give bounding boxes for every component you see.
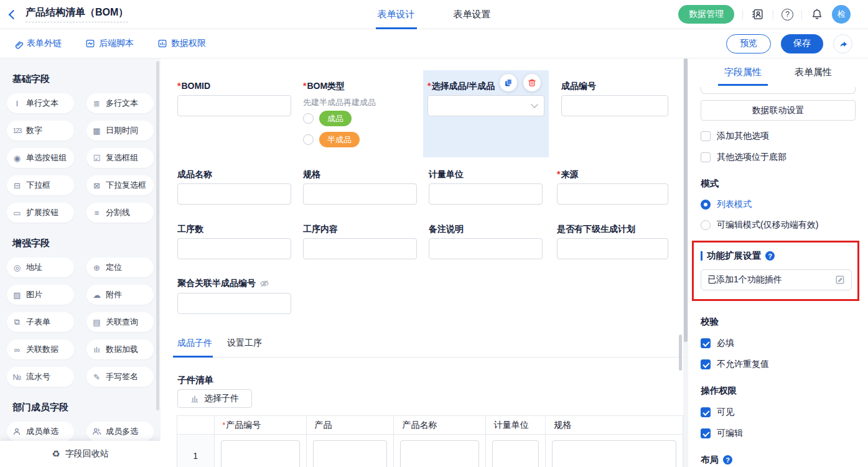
product-name-input[interactable]: [177, 183, 291, 205]
field-type-signature[interactable]: ✎手写签名: [86, 367, 154, 387]
tab-product-children[interactable]: 成品子件: [177, 338, 212, 349]
checkbox-icon[interactable]: [701, 338, 711, 348]
tab-field-properties[interactable]: 字段属性: [724, 58, 762, 86]
radio-label: 可编辑模式(仅移动端有效): [717, 220, 818, 231]
checkbox-icon[interactable]: [701, 407, 711, 417]
bom-type-option-semi[interactable]: 半成品: [303, 132, 360, 147]
select-product-dropdown[interactable]: [427, 95, 544, 116]
cell-input[interactable]: [221, 440, 300, 467]
field-label-product-name: 成品名称: [177, 169, 212, 180]
button-label: 选择子件: [204, 393, 239, 404]
checkbox-label: 必填: [717, 338, 734, 349]
copy-field-button[interactable]: [500, 74, 517, 91]
dropdown-check-icon: ⊠: [92, 181, 101, 190]
field-type-linked-query[interactable]: ▤关联查询: [86, 312, 154, 332]
field-type-address[interactable]: ◎地址: [7, 257, 74, 277]
checkbox-other-option-bottom[interactable]: 其他选项位于底部: [701, 152, 856, 163]
process-count-input[interactable]: [177, 238, 291, 259]
notification-bell-icon[interactable]: [810, 7, 824, 21]
cell-input[interactable]: [552, 440, 676, 467]
edit-icon[interactable]: [835, 275, 845, 285]
field-type-attachment[interactable]: ☁附件: [86, 285, 154, 305]
delete-field-button[interactable]: [523, 74, 541, 91]
save-button[interactable]: 保存: [781, 34, 823, 53]
field-type-linked-data[interactable]: ∞关联数据: [7, 340, 74, 359]
bom-type-option-finished[interactable]: 成品: [303, 111, 352, 126]
field-type-multi-line-text[interactable]: ≣多行文本: [86, 93, 154, 113]
field-type-divider[interactable]: ≡分割线: [86, 203, 154, 223]
cell-input[interactable]: [313, 440, 388, 467]
help-badge-icon[interactable]: ?: [723, 455, 732, 465]
backend-script-link[interactable]: 后端脚本: [85, 38, 134, 49]
cell-input[interactable]: [492, 440, 539, 467]
radio-icon[interactable]: [303, 134, 314, 145]
data-linkage-button[interactable]: 数据联动设置: [701, 100, 856, 121]
required-marker: *: [223, 421, 226, 430]
unit-input[interactable]: [429, 183, 543, 205]
eye-off-icon: [259, 279, 269, 288]
product-code-input[interactable]: [561, 95, 668, 116]
field-type-single-line-text[interactable]: Ⅰ单行文本: [7, 93, 74, 113]
field-type-extend-button[interactable]: ▭扩展按钮: [7, 203, 74, 223]
checkbox-required[interactable]: 必填: [701, 338, 856, 349]
checkbox-icon[interactable]: [701, 131, 711, 141]
checkbox-editable[interactable]: 可编辑: [701, 428, 856, 439]
field-type-location[interactable]: ⊕定位: [86, 257, 154, 277]
script-icon: [85, 39, 95, 49]
panel-scrollbar-thumb[interactable]: [684, 58, 688, 342]
spec-input[interactable]: [303, 183, 417, 205]
field-type-datetime[interactable]: ▦日期时间: [86, 121, 154, 141]
source-input[interactable]: [557, 183, 668, 205]
form-external-link[interactable]: 表单外链: [12, 38, 62, 49]
tab-set-process[interactable]: 设置工序: [227, 338, 262, 349]
agg-semi-code-input[interactable]: [177, 293, 291, 314]
field-type-data-load[interactable]: ılı数据加载: [86, 340, 154, 359]
field-type-image[interactable]: ▨图片: [7, 285, 74, 305]
checkbox-no-duplicates[interactable]: 不允许重复值: [701, 359, 856, 370]
field-type-radio-group[interactable]: ◉单选按钮组: [7, 148, 74, 168]
field-type-number[interactable]: 123数字: [7, 121, 74, 141]
radio-icon[interactable]: [701, 200, 711, 210]
data-permission-link[interactable]: 数据权限: [157, 38, 206, 49]
bom-type-hint: 先建半成品再建成品: [303, 97, 376, 108]
checkbox-icon[interactable]: [701, 428, 711, 438]
cell-input[interactable]: [400, 440, 478, 467]
remark-input[interactable]: [429, 238, 543, 259]
share-button[interactable]: [833, 34, 852, 53]
extension-plugin-field[interactable]: 已添加1个功能插件: [701, 269, 852, 290]
field-type-multi-select[interactable]: ⊠下拉复选框: [86, 175, 154, 195]
select-child-button[interactable]: 选择子件: [177, 389, 252, 408]
tab-form-properties[interactable]: 表单属性: [795, 58, 832, 86]
canvas-scrollbar[interactable]: [679, 335, 682, 371]
checkbox-add-other-option[interactable]: 添加其他选项: [701, 131, 856, 142]
checkbox-visible[interactable]: 可见: [701, 407, 856, 418]
back-icon[interactable]: [9, 9, 19, 19]
tab-form-design[interactable]: 表单设计: [378, 0, 415, 29]
field-type-subform[interactable]: ⧉子表单: [7, 312, 74, 332]
header-product: 产品: [306, 416, 394, 435]
field-type-member-multi[interactable]: 成员多选: [86, 422, 154, 442]
preview-button[interactable]: 预览: [726, 34, 771, 53]
help-icon[interactable]: ?: [782, 9, 793, 21]
radio-editable-mode[interactable]: 可编辑模式(仅移动端有效): [701, 220, 856, 231]
field-type-serial-number[interactable]: №流水号: [7, 367, 74, 387]
user-avatar[interactable]: 检: [832, 5, 851, 24]
radio-icon[interactable]: [701, 220, 711, 230]
checkbox-icon[interactable]: [701, 152, 711, 162]
address-book-icon[interactable]: [751, 7, 765, 21]
field-recycle-bin[interactable]: ♻ 字段回收站: [0, 441, 161, 467]
process-content-input[interactable]: [303, 238, 417, 259]
field-type-member-single[interactable]: 成员单选: [7, 422, 74, 442]
field-type-checkbox-group[interactable]: ☑复选框组: [86, 148, 154, 168]
data-manage-button[interactable]: 数据管理: [678, 5, 734, 24]
radio-icon[interactable]: [303, 113, 314, 124]
bomid-input[interactable]: [177, 95, 291, 116]
radio-list-mode[interactable]: 列表模式: [701, 199, 856, 210]
field-type-select[interactable]: ⊟下拉框: [7, 175, 74, 195]
sidebar-scrollbar[interactable]: [156, 61, 159, 410]
has-sub-plan-input[interactable]: [557, 238, 668, 259]
checkbox-icon[interactable]: [701, 359, 711, 369]
help-badge-icon[interactable]: ?: [765, 251, 775, 261]
tab-form-settings[interactable]: 表单设置: [454, 0, 491, 29]
chevron-down-icon: [531, 101, 538, 108]
